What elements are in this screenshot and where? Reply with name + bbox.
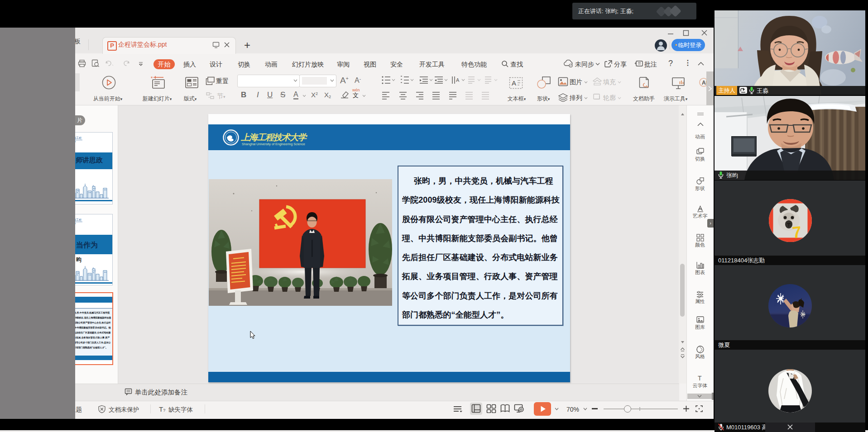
svg-text:Shanghai University of Enginee: Shanghai University of Engineering Scien… [242, 142, 305, 146]
svg-text:A: A [512, 79, 516, 87]
svg-text:上海工程技术大学: 上海工程技术大学 [240, 133, 307, 142]
svg-text:T: T [698, 375, 702, 382]
svg-text:A: A [456, 77, 460, 83]
svg-text:7: 7 [791, 223, 802, 242]
